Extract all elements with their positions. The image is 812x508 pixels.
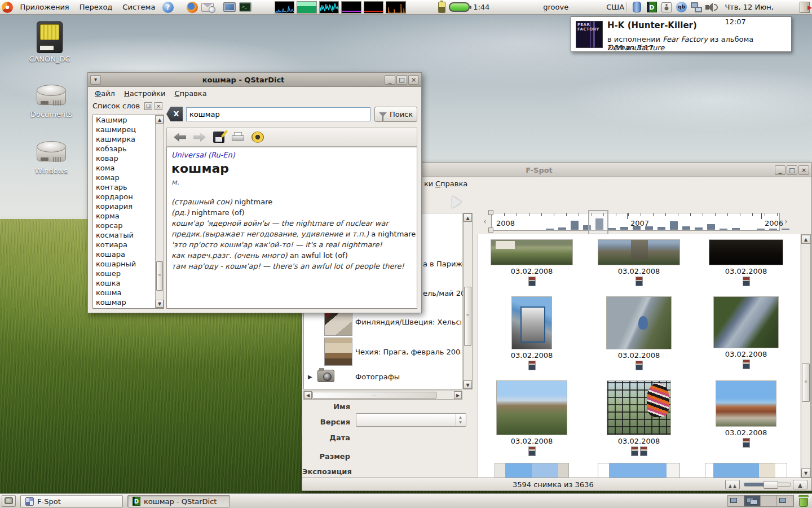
- maximize-button[interactable]: □: [396, 75, 407, 85]
- desktop-icon-canon-dc[interactable]: CANON_DC: [19, 21, 81, 63]
- volume-icon[interactable]: [705, 1, 718, 14]
- word-list-item[interactable]: кошмар: [93, 297, 164, 307]
- window-menu-icon[interactable]: ▾: [90, 75, 101, 85]
- tray-speaker-box-icon[interactable]: [661, 1, 672, 14]
- disk-monitor-applet[interactable]: [386, 1, 406, 14]
- desktop-icon-documents[interactable]: Documents: [20, 85, 82, 119]
- photo-thumbnail[interactable]: [705, 463, 787, 478]
- timeline-right-arrow[interactable]: ›: [782, 216, 790, 226]
- menu-places[interactable]: Переход: [74, 0, 118, 15]
- slider-knob[interactable]: [764, 481, 778, 489]
- word-list-item[interactable]: кориария: [93, 202, 164, 211]
- timeline-bar[interactable]: [757, 229, 765, 230]
- photo-thumbnail[interactable]: [606, 296, 672, 349]
- word-list-item[interactable]: кошка: [93, 278, 164, 288]
- album-item[interactable]: Финляндия/Швеция: Хельсинки: [355, 318, 461, 326]
- firefox-launcher-icon[interactable]: [187, 1, 198, 14]
- forward-button[interactable]: [193, 133, 206, 142]
- timeline-bar[interactable]: [620, 227, 628, 230]
- photo-thumbnail[interactable]: [716, 380, 776, 427]
- menu-Файл[interactable]: Файл: [90, 88, 120, 99]
- music-notification[interactable]: FEAR FACTORY H-K (Hunter-Killer) в испол…: [571, 16, 792, 52]
- menu-Настройки[interactable]: Настройки: [120, 88, 170, 99]
- photo-thumbnail[interactable]: [598, 239, 680, 265]
- maximize-button[interactable]: □: [787, 165, 797, 175]
- network-monitor-applet[interactable]: [319, 1, 339, 14]
- album-item-photographers[interactable]: Фотографы: [355, 373, 400, 381]
- album-item[interactable]: ель/май 20: [423, 289, 465, 297]
- battery-small-icon[interactable]: [438, 2, 445, 13]
- word-list-item[interactable]: комар: [93, 173, 164, 182]
- scroll-up-button[interactable]: ▲: [801, 235, 810, 244]
- tray-qstardict-icon[interactable]: D: [646, 1, 657, 14]
- desktop-icon-windows[interactable]: Windows: [20, 141, 82, 175]
- workspace-cell[interactable]: [777, 496, 793, 506]
- load-monitor-applet[interactable]: [364, 1, 384, 14]
- cpu-monitor-applet[interactable]: [275, 1, 295, 14]
- timeline-bar[interactable]: [732, 228, 740, 230]
- terminal-launcher-icon[interactable]: >_: [239, 1, 251, 14]
- workspace-cell[interactable]: [728, 496, 744, 506]
- close-button[interactable]: ×: [408, 75, 419, 85]
- word-list-item[interactable]: кошер: [93, 269, 164, 278]
- dock-float-button[interactable]: ❏: [144, 102, 152, 110]
- word-list-item[interactable]: кобзарь: [93, 144, 164, 154]
- timeline-bar[interactable]: [633, 226, 641, 230]
- search-button[interactable]: Поиск: [374, 107, 417, 122]
- scrollbar-thumb[interactable]: ≡: [464, 287, 471, 346]
- zoom-out-button[interactable]: [725, 480, 740, 489]
- tray-deluge-icon[interactable]: [631, 1, 642, 14]
- word-list-item[interactable]: кошара: [93, 249, 164, 259]
- clock-applet[interactable]: Чтв, 12 Июн, 12:07: [720, 0, 797, 15]
- grid-scrollbar[interactable]: ▲ ≡ ▼: [801, 234, 811, 478]
- timeline-bar[interactable]: [645, 226, 653, 230]
- wordlist-scrollbar[interactable]: ▲ ≡ ▼: [155, 115, 164, 308]
- scrollbar-thumb[interactable]: ⋯: [312, 392, 436, 398]
- scroll-up-button[interactable]: ▲: [156, 116, 164, 124]
- scrollbar-thumb[interactable]: ≡: [802, 364, 810, 402]
- menu-Справка[interactable]: Справка: [170, 88, 211, 99]
- tray-network-icon[interactable]: [691, 1, 702, 14]
- taskbar-item-qstardict[interactable]: D кошмар - QStarDict: [127, 495, 230, 507]
- sidebar-h-scrollbar[interactable]: ◀ ⋯ ▶: [303, 391, 462, 400]
- show-desktop-button[interactable]: [2, 495, 16, 507]
- scroll-down-button[interactable]: ▼: [156, 300, 164, 308]
- keyboard-layout-indicator[interactable]: США: [606, 3, 624, 11]
- album-item[interactable]: а в Париже: [423, 260, 467, 268]
- word-list-item[interactable]: кошма: [93, 288, 164, 297]
- version-combobox[interactable]: ▲▼: [356, 413, 466, 427]
- photo-thumbnail[interactable]: [709, 239, 783, 265]
- save-button[interactable]: [213, 132, 224, 143]
- word-list-item[interactable]: косматый: [93, 230, 164, 240]
- minimize-button[interactable]: _: [775, 165, 785, 175]
- word-list-item[interactable]: ковар: [93, 154, 164, 163]
- swap-monitor-applet[interactable]: [341, 1, 361, 14]
- timeline-bar[interactable]: [769, 229, 777, 230]
- workspace-cell[interactable]: [744, 496, 761, 506]
- photo-thumbnail[interactable]: [598, 463, 680, 478]
- timeline-bar[interactable]: [707, 224, 715, 230]
- photo-thumbnail[interactable]: [607, 380, 671, 435]
- scroll-down-button[interactable]: ▼: [464, 380, 472, 389]
- photo-thumbnail[interactable]: [713, 296, 779, 348]
- word-list-item[interactable]: кома: [93, 163, 164, 173]
- timeline-bar[interactable]: [782, 229, 789, 230]
- tray-qbittorrent-icon[interactable]: qb: [676, 1, 687, 14]
- word-list-item[interactable]: кашмирка: [93, 134, 164, 144]
- mail-launcher-icon[interactable]: [201, 1, 214, 14]
- logout-icon[interactable]: [798, 1, 810, 14]
- timeline-left-arrow[interactable]: ‹: [481, 216, 489, 226]
- menu-applications[interactable]: Приложения: [15, 0, 74, 15]
- word-list-item[interactable]: контарь: [93, 182, 164, 192]
- word-list-item[interactable]: кашмирец: [93, 125, 164, 134]
- word-list-item[interactable]: кошарный: [93, 259, 164, 269]
- clear-search-button[interactable]: X: [166, 107, 183, 121]
- sidebar-scrollbar[interactable]: ▲ ≡ ▼: [463, 213, 473, 389]
- word-list-item[interactable]: кордарон: [93, 192, 164, 202]
- scroll-down-button[interactable]: ▼: [801, 468, 810, 478]
- menu-help[interactable]: Справка: [431, 178, 472, 189]
- timeline-range-handle-bottom[interactable]: [488, 227, 493, 233]
- timeline-bar[interactable]: [657, 227, 665, 230]
- scroll-left-button[interactable]: ◀: [304, 391, 312, 399]
- photo-thumbnail[interactable]: [495, 463, 569, 478]
